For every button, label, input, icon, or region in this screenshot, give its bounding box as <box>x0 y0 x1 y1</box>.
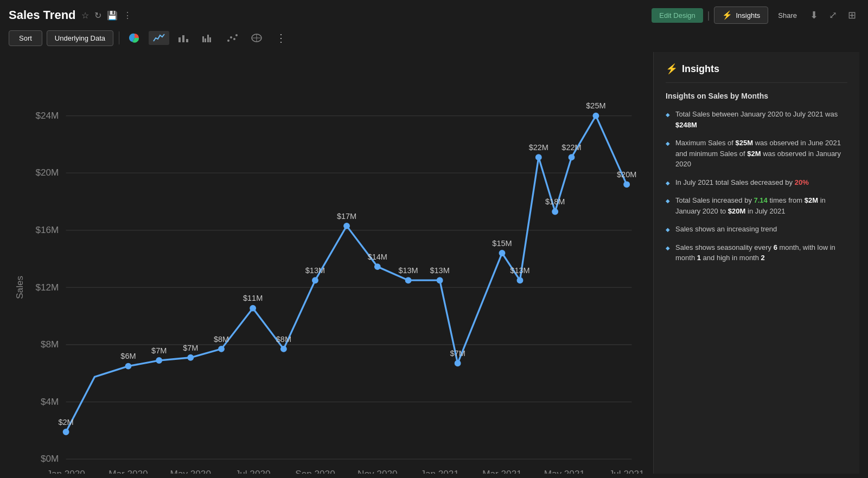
svg-text:$2M: $2M <box>58 418 73 427</box>
svg-text:$7M: $7M <box>151 346 167 355</box>
insight-bold: $248M <box>675 121 697 129</box>
svg-text:Jan 2021: Jan 2021 <box>420 468 459 474</box>
diamond-icon: ◆ <box>666 225 670 234</box>
insights-panel-header: ⚡ Insights <box>666 63 847 83</box>
star-icon[interactable]: ☆ <box>81 10 89 21</box>
expand-icon[interactable]: ⤢ <box>826 7 840 23</box>
svg-text:Jul 2021: Jul 2021 <box>609 468 644 474</box>
toolbar-divider <box>119 31 119 44</box>
download-icon[interactable]: ⬇ <box>807 7 821 23</box>
list-item: ◆ Sales shows seasonality every 6 month,… <box>666 242 847 263</box>
header-left: Sales Trend ☆ ↻ 💾 ⋮ <box>9 8 132 22</box>
data-point[interactable] <box>455 360 461 366</box>
insight-bold: 2 <box>761 254 765 262</box>
data-point[interactable] <box>250 305 256 311</box>
svg-rect-2 <box>186 39 188 42</box>
svg-text:$22M: $22M <box>561 143 581 152</box>
diamond-icon: ◆ <box>666 139 670 147</box>
chart-svg: .grid-line { stroke: #333; stroke-width:… <box>9 57 653 474</box>
chart-line <box>66 116 627 432</box>
svg-text:Jan 2020: Jan 2020 <box>47 468 85 474</box>
separator: | <box>707 10 710 21</box>
svg-text:Mar 2021: Mar 2021 <box>482 468 521 474</box>
bar-chart-button[interactable] <box>174 31 193 45</box>
edit-design-button[interactable]: Edit Design <box>652 8 703 23</box>
insights-subtitle: Insights on Sales by Months <box>666 92 847 100</box>
svg-text:$25M: $25M <box>586 101 605 110</box>
svg-text:$22M: $22M <box>529 143 548 152</box>
insight-bold: $2M <box>747 150 761 158</box>
insight-green: 7.14 <box>754 196 768 204</box>
diamond-icon: ◆ <box>666 179 670 187</box>
line-chart-button[interactable] <box>149 31 169 45</box>
svg-text:$13M: $13M <box>510 266 529 275</box>
insight-red: 20% <box>795 178 809 186</box>
svg-text:$17M: $17M <box>337 212 356 221</box>
page-wrapper: Sales Trend ☆ ↻ 💾 ⋮ Edit Design | ⚡ Insi… <box>0 0 868 478</box>
insights-panel-title: Insights <box>682 63 719 75</box>
svg-text:May 2020: May 2020 <box>170 468 211 474</box>
chart-container: .grid-line { stroke: #333; stroke-width:… <box>9 52 653 474</box>
svg-rect-6 <box>209 37 211 42</box>
svg-text:$13M: $13M <box>305 266 325 275</box>
data-point[interactable] <box>569 154 575 160</box>
page-title: Sales Trend <box>9 8 76 22</box>
scatter-button[interactable] <box>222 31 242 45</box>
insight-bold: $2M <box>805 196 818 204</box>
svg-text:Nov 2020: Nov 2020 <box>358 468 397 474</box>
data-point[interactable] <box>188 354 194 360</box>
more-header-icon[interactable]: ⋮ <box>123 10 132 21</box>
data-point[interactable] <box>375 264 381 270</box>
data-point[interactable] <box>517 277 523 283</box>
data-point[interactable] <box>344 223 350 229</box>
svg-point-8 <box>230 36 232 38</box>
svg-text:$7M: $7M <box>450 349 465 358</box>
svg-text:$8M: $8M <box>276 335 291 344</box>
grouped-bar-button[interactable] <box>197 31 218 45</box>
insights-button[interactable]: ⚡ Insights <box>714 7 768 24</box>
data-point[interactable] <box>405 277 411 283</box>
data-point[interactable] <box>593 113 599 119</box>
map-button[interactable] <box>246 31 267 45</box>
svg-text:$20M: $20M <box>35 167 59 178</box>
insight-bold: $25M <box>736 139 754 147</box>
data-point[interactable] <box>63 429 69 435</box>
svg-text:Mar 2020: Mar 2020 <box>108 468 148 474</box>
data-point[interactable] <box>312 277 318 283</box>
svg-text:$16M: $16M <box>35 224 59 235</box>
data-point[interactable] <box>281 346 287 352</box>
svg-text:$4M: $4M <box>41 396 59 407</box>
share-button[interactable]: Share <box>773 8 802 23</box>
data-point[interactable] <box>552 209 558 215</box>
list-item: ◆ Maximum Sales of $25M was observed in … <box>666 138 847 170</box>
svg-text:$8M: $8M <box>41 339 59 350</box>
pie-chart-button[interactable] <box>125 30 144 46</box>
insight-text: Total Sales between January 2020 to July… <box>675 109 847 130</box>
svg-rect-4 <box>205 38 206 42</box>
data-point[interactable] <box>219 346 225 352</box>
refresh-icon[interactable]: ↻ <box>94 10 101 21</box>
header: Sales Trend ☆ ↻ 💾 ⋮ Edit Design | ⚡ Insi… <box>9 7 859 24</box>
data-point[interactable] <box>125 363 131 369</box>
grid-icon[interactable]: ⊞ <box>845 7 859 23</box>
svg-text:$0M: $0M <box>41 453 59 464</box>
toolbar-more-icon[interactable]: ⋮ <box>271 29 291 47</box>
insights-button-icon: ⚡ <box>722 10 732 20</box>
insights-button-label: Insights <box>736 11 760 20</box>
data-point[interactable] <box>536 154 542 160</box>
insights-panel: ⚡ Insights Insights on Sales by Months ◆… <box>653 52 859 474</box>
toolbar: Sort Underlying Data ⋮ <box>9 29 859 47</box>
svg-point-9 <box>233 38 235 40</box>
diamond-icon: ◆ <box>666 197 670 205</box>
sort-button[interactable]: Sort <box>9 30 42 46</box>
list-item: ◆ Total Sales between January 2020 to Ju… <box>666 109 847 130</box>
data-point[interactable] <box>437 277 443 283</box>
save-icon[interactable]: 💾 <box>107 10 118 21</box>
svg-text:Sep 2020: Sep 2020 <box>295 468 335 474</box>
data-point[interactable] <box>499 250 505 256</box>
underlying-data-button[interactable]: Underlying Data <box>47 30 113 46</box>
data-point[interactable] <box>624 182 630 188</box>
insight-text: Sales shows an increasing trend <box>675 224 777 235</box>
svg-text:$15M: $15M <box>492 239 512 248</box>
data-point[interactable] <box>156 358 162 364</box>
